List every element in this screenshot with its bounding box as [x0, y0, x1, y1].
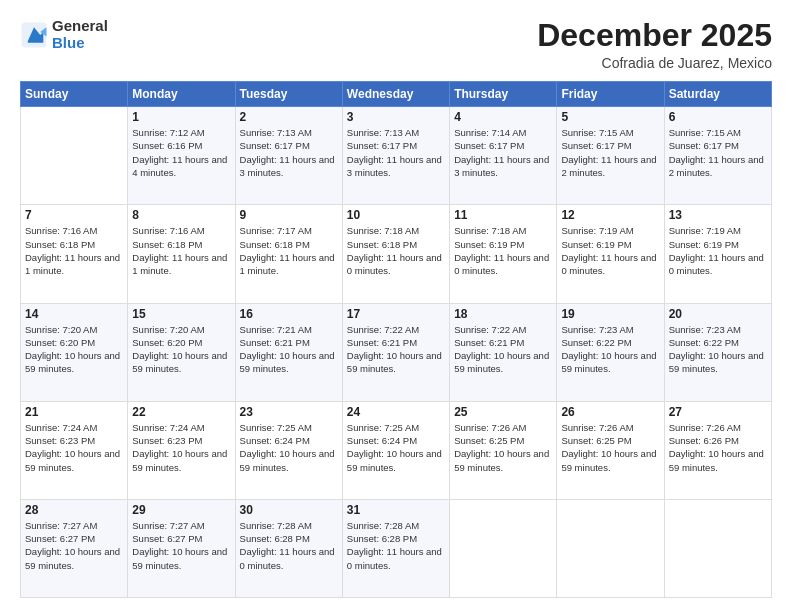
cell-w2-d7: 13Sunrise: 7:19 AM Sunset: 6:19 PM Dayli…: [664, 205, 771, 303]
cell-w1-d4: 3Sunrise: 7:13 AM Sunset: 6:17 PM Daylig…: [342, 107, 449, 205]
logo-text: General Blue: [52, 18, 108, 51]
col-sunday: Sunday: [21, 82, 128, 107]
day-detail-21: Sunrise: 7:24 AM Sunset: 6:23 PM Dayligh…: [25, 421, 123, 474]
cell-w1-d3: 2Sunrise: 7:13 AM Sunset: 6:17 PM Daylig…: [235, 107, 342, 205]
day-detail-1: Sunrise: 7:12 AM Sunset: 6:16 PM Dayligh…: [132, 126, 230, 179]
cell-w5-d3: 30Sunrise: 7:28 AM Sunset: 6:28 PM Dayli…: [235, 499, 342, 597]
day-detail-12: Sunrise: 7:19 AM Sunset: 6:19 PM Dayligh…: [561, 224, 659, 277]
cell-w2-d2: 8Sunrise: 7:16 AM Sunset: 6:18 PM Daylig…: [128, 205, 235, 303]
cell-w5-d6: [557, 499, 664, 597]
day-number-17: 17: [347, 307, 445, 321]
day-detail-25: Sunrise: 7:26 AM Sunset: 6:25 PM Dayligh…: [454, 421, 552, 474]
cell-w4-d5: 25Sunrise: 7:26 AM Sunset: 6:25 PM Dayli…: [450, 401, 557, 499]
day-detail-3: Sunrise: 7:13 AM Sunset: 6:17 PM Dayligh…: [347, 126, 445, 179]
week-row-5: 28Sunrise: 7:27 AM Sunset: 6:27 PM Dayli…: [21, 499, 772, 597]
day-number-11: 11: [454, 208, 552, 222]
day-number-14: 14: [25, 307, 123, 321]
col-monday: Monday: [128, 82, 235, 107]
day-detail-18: Sunrise: 7:22 AM Sunset: 6:21 PM Dayligh…: [454, 323, 552, 376]
day-number-24: 24: [347, 405, 445, 419]
col-saturday: Saturday: [664, 82, 771, 107]
cell-w5-d2: 29Sunrise: 7:27 AM Sunset: 6:27 PM Dayli…: [128, 499, 235, 597]
day-number-27: 27: [669, 405, 767, 419]
page: General Blue December 2025 Cofradia de J…: [0, 0, 792, 612]
day-detail-11: Sunrise: 7:18 AM Sunset: 6:19 PM Dayligh…: [454, 224, 552, 277]
col-wednesday: Wednesday: [342, 82, 449, 107]
day-number-3: 3: [347, 110, 445, 124]
col-thursday: Thursday: [450, 82, 557, 107]
logo-icon: [20, 21, 48, 49]
month-title: December 2025: [537, 18, 772, 53]
day-number-6: 6: [669, 110, 767, 124]
cell-w2-d6: 12Sunrise: 7:19 AM Sunset: 6:19 PM Dayli…: [557, 205, 664, 303]
day-detail-5: Sunrise: 7:15 AM Sunset: 6:17 PM Dayligh…: [561, 126, 659, 179]
day-number-8: 8: [132, 208, 230, 222]
location: Cofradia de Juarez, Mexico: [537, 55, 772, 71]
cell-w3-d6: 19Sunrise: 7:23 AM Sunset: 6:22 PM Dayli…: [557, 303, 664, 401]
cell-w5-d5: [450, 499, 557, 597]
logo-general: General: [52, 18, 108, 35]
day-number-12: 12: [561, 208, 659, 222]
day-number-16: 16: [240, 307, 338, 321]
cell-w2-d4: 10Sunrise: 7:18 AM Sunset: 6:18 PM Dayli…: [342, 205, 449, 303]
day-detail-7: Sunrise: 7:16 AM Sunset: 6:18 PM Dayligh…: [25, 224, 123, 277]
col-friday: Friday: [557, 82, 664, 107]
day-detail-29: Sunrise: 7:27 AM Sunset: 6:27 PM Dayligh…: [132, 519, 230, 572]
cell-w4-d4: 24Sunrise: 7:25 AM Sunset: 6:24 PM Dayli…: [342, 401, 449, 499]
day-detail-16: Sunrise: 7:21 AM Sunset: 6:21 PM Dayligh…: [240, 323, 338, 376]
day-number-1: 1: [132, 110, 230, 124]
day-detail-4: Sunrise: 7:14 AM Sunset: 6:17 PM Dayligh…: [454, 126, 552, 179]
title-block: December 2025 Cofradia de Juarez, Mexico: [537, 18, 772, 71]
day-number-28: 28: [25, 503, 123, 517]
calendar-header-row: Sunday Monday Tuesday Wednesday Thursday…: [21, 82, 772, 107]
logo: General Blue: [20, 18, 108, 51]
col-tuesday: Tuesday: [235, 82, 342, 107]
day-number-23: 23: [240, 405, 338, 419]
day-detail-15: Sunrise: 7:20 AM Sunset: 6:20 PM Dayligh…: [132, 323, 230, 376]
logo-blue: Blue: [52, 35, 108, 52]
cell-w5-d7: [664, 499, 771, 597]
day-number-19: 19: [561, 307, 659, 321]
cell-w2-d1: 7Sunrise: 7:16 AM Sunset: 6:18 PM Daylig…: [21, 205, 128, 303]
day-number-29: 29: [132, 503, 230, 517]
cell-w3-d1: 14Sunrise: 7:20 AM Sunset: 6:20 PM Dayli…: [21, 303, 128, 401]
day-number-7: 7: [25, 208, 123, 222]
day-detail-24: Sunrise: 7:25 AM Sunset: 6:24 PM Dayligh…: [347, 421, 445, 474]
day-number-18: 18: [454, 307, 552, 321]
day-number-5: 5: [561, 110, 659, 124]
day-detail-26: Sunrise: 7:26 AM Sunset: 6:25 PM Dayligh…: [561, 421, 659, 474]
cell-w1-d1: [21, 107, 128, 205]
week-row-4: 21Sunrise: 7:24 AM Sunset: 6:23 PM Dayli…: [21, 401, 772, 499]
cell-w4-d3: 23Sunrise: 7:25 AM Sunset: 6:24 PM Dayli…: [235, 401, 342, 499]
day-number-13: 13: [669, 208, 767, 222]
cell-w1-d6: 5Sunrise: 7:15 AM Sunset: 6:17 PM Daylig…: [557, 107, 664, 205]
cell-w4-d6: 26Sunrise: 7:26 AM Sunset: 6:25 PM Dayli…: [557, 401, 664, 499]
week-row-1: 1Sunrise: 7:12 AM Sunset: 6:16 PM Daylig…: [21, 107, 772, 205]
day-number-20: 20: [669, 307, 767, 321]
cell-w3-d7: 20Sunrise: 7:23 AM Sunset: 6:22 PM Dayli…: [664, 303, 771, 401]
cell-w3-d2: 15Sunrise: 7:20 AM Sunset: 6:20 PM Dayli…: [128, 303, 235, 401]
day-detail-8: Sunrise: 7:16 AM Sunset: 6:18 PM Dayligh…: [132, 224, 230, 277]
cell-w3-d3: 16Sunrise: 7:21 AM Sunset: 6:21 PM Dayli…: [235, 303, 342, 401]
header: General Blue December 2025 Cofradia de J…: [20, 18, 772, 71]
day-number-4: 4: [454, 110, 552, 124]
day-number-30: 30: [240, 503, 338, 517]
day-number-22: 22: [132, 405, 230, 419]
day-detail-2: Sunrise: 7:13 AM Sunset: 6:17 PM Dayligh…: [240, 126, 338, 179]
day-detail-17: Sunrise: 7:22 AM Sunset: 6:21 PM Dayligh…: [347, 323, 445, 376]
calendar-table: Sunday Monday Tuesday Wednesday Thursday…: [20, 81, 772, 598]
cell-w3-d4: 17Sunrise: 7:22 AM Sunset: 6:21 PM Dayli…: [342, 303, 449, 401]
cell-w4-d2: 22Sunrise: 7:24 AM Sunset: 6:23 PM Dayli…: [128, 401, 235, 499]
day-number-26: 26: [561, 405, 659, 419]
day-number-10: 10: [347, 208, 445, 222]
cell-w4-d7: 27Sunrise: 7:26 AM Sunset: 6:26 PM Dayli…: [664, 401, 771, 499]
day-detail-20: Sunrise: 7:23 AM Sunset: 6:22 PM Dayligh…: [669, 323, 767, 376]
cell-w4-d1: 21Sunrise: 7:24 AM Sunset: 6:23 PM Dayli…: [21, 401, 128, 499]
cell-w1-d2: 1Sunrise: 7:12 AM Sunset: 6:16 PM Daylig…: [128, 107, 235, 205]
day-number-9: 9: [240, 208, 338, 222]
day-detail-30: Sunrise: 7:28 AM Sunset: 6:28 PM Dayligh…: [240, 519, 338, 572]
day-detail-28: Sunrise: 7:27 AM Sunset: 6:27 PM Dayligh…: [25, 519, 123, 572]
week-row-2: 7Sunrise: 7:16 AM Sunset: 6:18 PM Daylig…: [21, 205, 772, 303]
cell-w5-d4: 31Sunrise: 7:28 AM Sunset: 6:28 PM Dayli…: [342, 499, 449, 597]
day-detail-31: Sunrise: 7:28 AM Sunset: 6:28 PM Dayligh…: [347, 519, 445, 572]
